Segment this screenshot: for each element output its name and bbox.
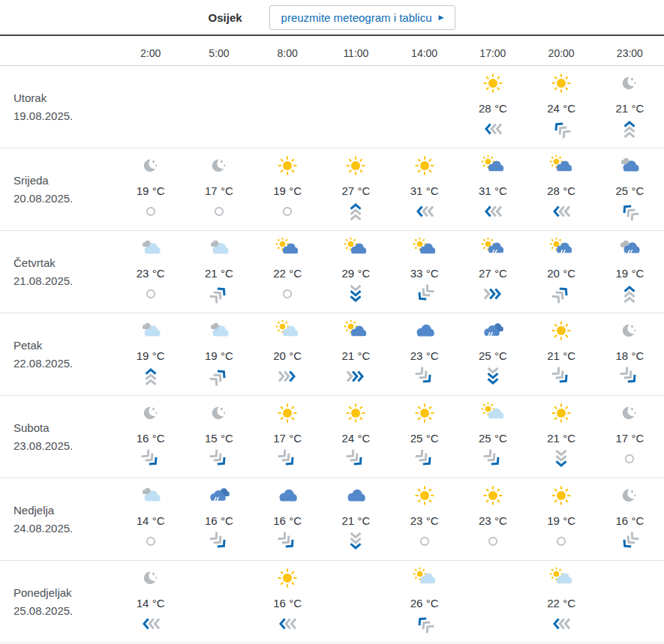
forecast-cell: 19 °C <box>527 478 596 560</box>
day-date: 21.08.2025. <box>14 274 116 287</box>
wind-direction-icon-right <box>482 286 503 301</box>
temperature: 21 °C <box>205 266 233 280</box>
temperature: 23 °C <box>410 514 439 528</box>
forecast-cell-empty <box>116 66 185 148</box>
forecast-table: Utorak 19.08.2025. 28 °C 24 °C 21 °C Sri… <box>0 66 664 643</box>
forecast-cell: 15 °C <box>185 396 253 478</box>
temperature: 25 °C <box>410 431 439 445</box>
forecast-cell: 27 °C <box>458 231 527 313</box>
weather-icon-cloud-light-grey <box>137 238 164 260</box>
forecast-cell: 20 °C <box>254 313 322 395</box>
day-label: Petak 22.08.2025. <box>0 313 116 395</box>
temperature: 16 °C <box>137 431 165 445</box>
temperature: 25 °C <box>616 184 644 198</box>
weather-icon-sun <box>548 485 575 508</box>
temperature: 19 °C <box>205 349 233 363</box>
forecast-cell: 31 °C <box>390 148 458 230</box>
header: Osijek preuzmite meteogram i tablicu ▶ <box>0 0 664 34</box>
weather-icon-sun-cloud-blue <box>548 155 575 178</box>
weather-icon-sun <box>342 403 369 425</box>
day-date: 19.08.2025. <box>14 109 116 122</box>
weather-icon-sun-cloud-blue <box>411 238 438 260</box>
wind-direction-icon-right <box>277 369 298 384</box>
forecast-cell: 27 °C <box>322 148 390 230</box>
weather-icon-sun <box>548 320 575 343</box>
wind-calm-icon <box>551 534 572 549</box>
time-label: 14:00 <box>390 47 458 65</box>
weather-icon-cloud-light-grey <box>137 320 164 343</box>
wind-calm-icon <box>277 286 298 301</box>
wind-direction-icon-left <box>482 204 503 219</box>
day-date: 22.08.2025. <box>14 357 116 370</box>
forecast-row: Četvrtak 21.08.2025. 23 °C 21 °C 22 °C 2… <box>0 231 664 313</box>
forecast-row: Ponedjeljak 25.08.2025. 14 °C 16 °C 26 °… <box>0 561 664 643</box>
weather-icon-moon <box>616 73 643 95</box>
wind-direction-icon-down-left <box>619 534 640 549</box>
temperature: 27 °C <box>479 266 507 280</box>
wind-direction-icon-up <box>619 286 640 301</box>
weather-icon-sun-cloud-light <box>479 403 506 425</box>
time-label: 11:00 <box>322 47 390 65</box>
time-label: 23:00 <box>596 47 664 65</box>
wind-direction-icon-down-right <box>414 369 435 384</box>
temperature: 16 °C <box>616 514 644 528</box>
forecast-cell: 33 °C <box>390 231 458 313</box>
weather-icon-rain-double <box>206 485 233 508</box>
temperature: 24 °C <box>547 101 575 115</box>
forecast-cell: 25 °C <box>458 396 527 478</box>
day-name: Petak <box>14 339 116 352</box>
temperature: 27 °C <box>342 184 371 198</box>
wind-direction-icon-down-right <box>209 534 230 549</box>
forecast-cell: 24 °C <box>527 66 596 148</box>
wind-direction-icon-down-right <box>277 451 298 466</box>
forecast-cell: 19 °C <box>596 231 664 313</box>
download-meteogram-button[interactable]: preuzmite meteogram i tablicu ▶ <box>269 5 456 30</box>
day-label: Ponedjeljak 25.08.2025. <box>0 561 116 643</box>
weather-icon-cloud-blue <box>274 485 301 508</box>
temperature: 19 °C <box>273 184 302 198</box>
forecast-cell: 16 °C <box>254 478 322 560</box>
weather-icon-sun-cloud-blue <box>342 238 369 260</box>
temperature: 29 °C <box>342 266 371 280</box>
forecast-cell-empty <box>185 561 253 643</box>
day-name: Nedjelja <box>14 504 116 517</box>
temperature: 23 °C <box>410 349 439 363</box>
weather-icon-moon <box>137 403 164 425</box>
temperature: 19 °C <box>616 266 644 280</box>
temperature: 21 °C <box>547 431 575 445</box>
forecast-cell: 21 °C <box>527 396 596 478</box>
forecast-cell: 28 °C <box>458 66 527 148</box>
forecast-cell: 26 °C <box>390 561 458 643</box>
weather-icon-moon <box>616 485 643 508</box>
temperature: 17 °C <box>205 184 233 198</box>
forecast-cell: 25 °C <box>596 148 664 230</box>
wind-direction-icon-down <box>345 286 366 301</box>
weather-icon-rain-double <box>479 320 506 343</box>
weather-icon-sun <box>548 73 575 95</box>
weather-icon-sun <box>342 155 369 178</box>
forecast-cell: 22 °C <box>254 231 322 313</box>
forecast-cell: 19 °C <box>185 313 253 395</box>
temperature: 20 °C <box>273 349 302 363</box>
weather-icon-moon <box>137 568 164 590</box>
time-label: 8:00 <box>254 47 322 65</box>
wind-direction-icon-down-right <box>414 451 435 466</box>
temperature: 33 °C <box>410 266 439 280</box>
weather-icon-sun-cloud-blue <box>274 238 301 260</box>
weather-icon-sun <box>548 403 575 425</box>
wind-calm-icon <box>619 451 640 466</box>
forecast-cell: 18 °C <box>596 313 664 395</box>
weather-icon-sun-rain <box>479 238 506 260</box>
temperature: 25 °C <box>479 431 507 445</box>
weather-icon-sun-rain <box>548 238 575 260</box>
temperature: 31 °C <box>479 184 507 198</box>
temperature: 28 °C <box>479 101 507 115</box>
weather-icon-sun-cloud-light <box>411 568 438 590</box>
wind-direction-icon-up-right <box>551 286 572 301</box>
weather-icon-sun-cloud-light <box>274 320 301 343</box>
weather-icon-moon <box>206 155 233 178</box>
row-label-spacer <box>0 59 116 65</box>
forecast-cell: 17 °C <box>185 148 253 230</box>
forecast-row: Petak 22.08.2025. 19 °C 19 °C 20 °C 21 °… <box>0 313 664 396</box>
wind-calm-icon <box>277 204 298 219</box>
